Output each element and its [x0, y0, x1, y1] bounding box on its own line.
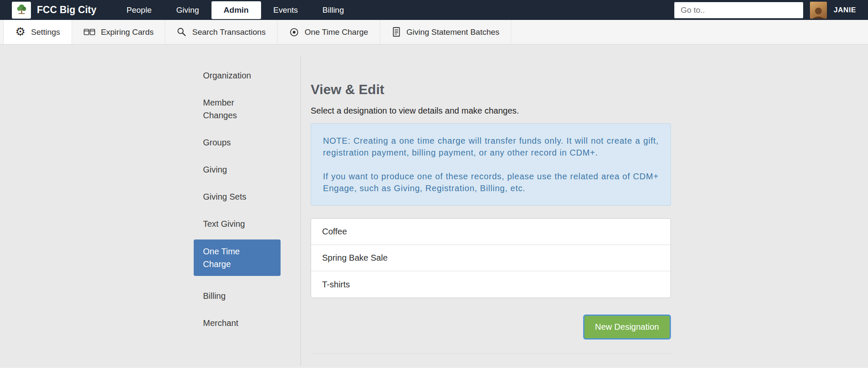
page-title: View & Edit — [311, 82, 671, 97]
sidebar-item-label: Text Giving — [203, 217, 259, 230]
user-name[interactable]: JANIE — [834, 6, 856, 14]
tree-icon — [15, 3, 28, 17]
toolbar-settings[interactable]: ⚙ Settings — [3, 20, 72, 44]
sidebar-item-label: Groups — [203, 136, 259, 149]
list-item[interactable]: Coffee — [311, 219, 670, 245]
new-designation-button[interactable]: New Designation — [584, 316, 670, 338]
sidebar-item-member-changes[interactable]: Member Changes — [194, 96, 281, 122]
sidebar-item-groups[interactable]: Groups — [194, 136, 281, 149]
document-icon — [392, 27, 401, 37]
toolbar-giving-statement-batches[interactable]: Giving Statement Batches — [380, 20, 512, 44]
main-nav: People Giving Admin Events Billing — [114, 1, 356, 19]
nav-events[interactable]: Events — [261, 1, 310, 19]
sidebar-item-text-giving[interactable]: Text Giving — [194, 217, 281, 230]
toolbar-giving-statement-batches-label: Giving Statement Batches — [406, 28, 500, 37]
toolbar-search-transactions[interactable]: Search Transactions — [165, 20, 277, 44]
designation-list: Coffee Spring Bake Sale T-shirts — [311, 218, 671, 298]
gear-icon: ⚙ — [15, 26, 25, 38]
sidebar-item-label: Merchant — [203, 317, 259, 329]
note-paragraph-1: NOTE: Creating a one time charge will tr… — [323, 135, 659, 159]
content-area: Organization Member Changes Groups Givin… — [0, 45, 868, 368]
org-logo[interactable] — [12, 2, 31, 19]
admin-toolbar: ⚙ Settings Expiring Cards Search — [0, 20, 868, 45]
person-silhouette-icon — [810, 7, 827, 19]
page: FCC Big City People Giving Admin Events … — [0, 0, 868, 373]
sidebar-item-giving[interactable]: Giving — [194, 163, 281, 176]
vertical-divider — [300, 55, 301, 365]
sidebar-item-label: Organization — [203, 69, 259, 82]
top-header: FCC Big City People Giving Admin Events … — [0, 0, 868, 20]
sidebar-item-organization[interactable]: Organization — [194, 69, 281, 82]
main-panel: View & Edit Select a designation to view… — [311, 45, 671, 354]
avatar[interactable] — [810, 2, 827, 19]
nav-giving[interactable]: Giving — [164, 1, 211, 19]
toolbar-expiring-cards[interactable]: Expiring Cards — [72, 20, 166, 44]
cards-icon — [83, 28, 95, 37]
settings-sidebar: Organization Member Changes Groups Givin… — [194, 69, 281, 344]
toolbar-one-time-charge-label: One Time Charge — [305, 28, 368, 37]
sidebar-item-one-time-charge[interactable]: One Time Charge — [194, 239, 281, 276]
toolbar-settings-label: Settings — [31, 28, 60, 37]
page-subtitle: Select a designation to view details and… — [311, 106, 671, 116]
search-icon — [177, 27, 186, 37]
brand-title: FCC Big City — [37, 4, 97, 16]
sidebar-item-billing[interactable]: Billing — [194, 289, 281, 302]
toolbar-one-time-charge[interactable]: One Time Charge — [278, 20, 380, 44]
sidebar-item-merchant[interactable]: Merchant — [194, 317, 281, 329]
button-row: New Designation — [311, 316, 671, 338]
charge-icon — [289, 27, 299, 37]
toolbar-search-transactions-label: Search Transactions — [192, 28, 265, 37]
goto-input[interactable] — [674, 2, 803, 18]
note-paragraph-2: If you want to produce one of these reco… — [323, 170, 659, 194]
header-right: JANIE — [674, 2, 856, 19]
sidebar-item-label: Billing — [203, 289, 259, 302]
toolbar-expiring-cards-label: Expiring Cards — [101, 28, 154, 37]
sidebar-item-giving-sets[interactable]: Giving Sets — [194, 190, 281, 203]
list-item[interactable]: T-shirts — [311, 271, 670, 298]
sidebar-item-label: Giving — [203, 163, 259, 176]
sidebar-item-label: One Time Charge — [203, 245, 259, 270]
list-item[interactable]: Spring Bake Sale — [311, 245, 670, 271]
nav-people[interactable]: People — [114, 1, 164, 19]
bottom-divider — [311, 354, 671, 354]
sidebar-item-label: Member Changes — [203, 96, 259, 122]
note-box: NOTE: Creating a one time charge will tr… — [311, 123, 671, 206]
nav-admin[interactable]: Admin — [211, 1, 261, 19]
nav-billing[interactable]: Billing — [310, 1, 356, 19]
sidebar-item-label: Giving Sets — [203, 190, 259, 203]
